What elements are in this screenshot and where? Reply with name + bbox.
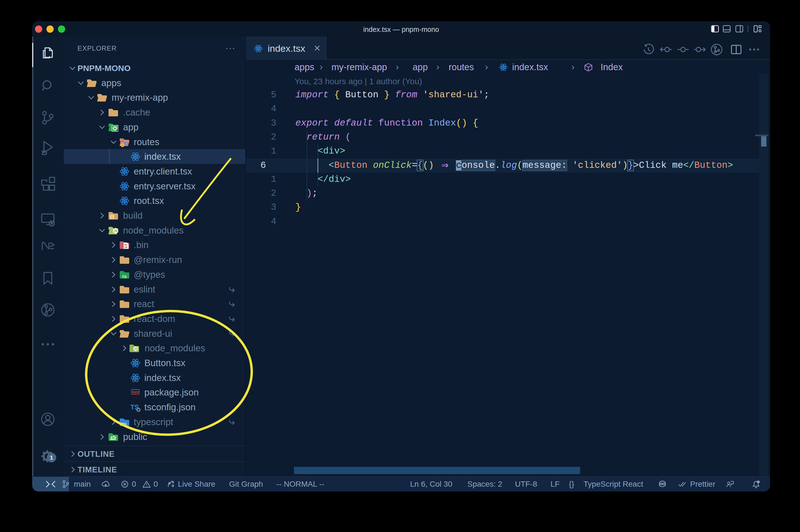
svg-text:TS: TS [130, 403, 139, 411]
svg-text:JS: JS [134, 347, 138, 350]
svg-text:TS: TS [122, 422, 127, 426]
svg-text:npm: npm [132, 391, 138, 394]
svg-text:JS: JS [114, 229, 117, 232]
svg-text:TS: TS [122, 275, 127, 279]
svg-text:10: 10 [125, 246, 127, 249]
